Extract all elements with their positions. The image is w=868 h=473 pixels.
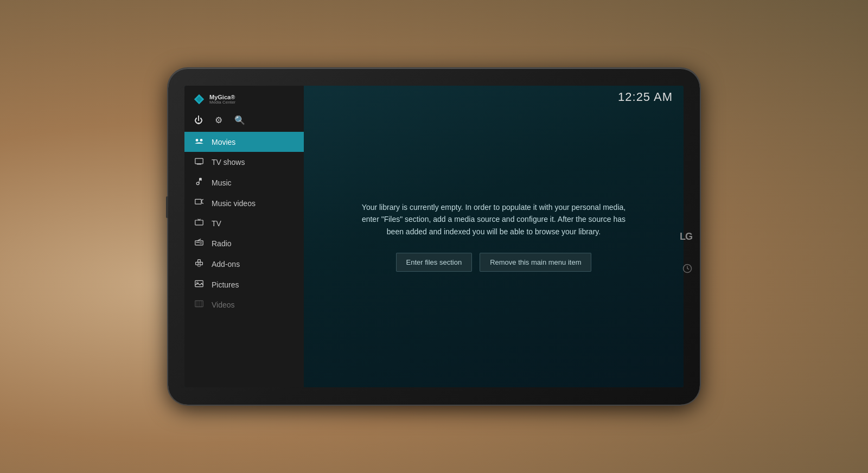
sidebar-toolbar: ⏻ ⚙ 🔍 xyxy=(184,113,304,132)
sidebar-item-musicvideos[interactable]: Music videos xyxy=(184,193,304,213)
power-icon[interactable]: ⏻ xyxy=(194,116,203,125)
svg-point-16 xyxy=(200,242,202,244)
sidebar-item-musicvideos-label: Music videos xyxy=(212,199,256,208)
sidebar-item-movies-label: Movies xyxy=(212,138,235,146)
sidebar-item-tv-label: TV xyxy=(212,219,221,228)
mygica-logo-icon xyxy=(193,93,205,105)
sidebar-item-videos-label: Videos xyxy=(212,301,235,309)
svg-rect-20 xyxy=(200,262,203,265)
svg-line-9 xyxy=(202,199,203,200)
remove-menu-item-button[interactable]: Remove this main menu item xyxy=(480,253,591,272)
logo-sub-name: Media Center xyxy=(209,100,235,105)
phone-side-button xyxy=(166,196,168,218)
sidebar-item-music-label: Music xyxy=(212,178,232,187)
pictures-icon xyxy=(194,280,204,289)
search-icon[interactable]: 🔍 xyxy=(234,115,245,125)
sidebar-item-pictures-label: Pictures xyxy=(212,280,239,289)
action-buttons: Enter files section Remove this main men… xyxy=(396,253,592,272)
addons-icon xyxy=(194,259,204,269)
sidebar-item-videos[interactable]: Videos xyxy=(184,295,304,315)
svg-rect-21 xyxy=(198,260,201,263)
lg-clock-icon xyxy=(682,264,692,275)
movies-icon xyxy=(194,137,204,146)
sidebar-item-addons[interactable]: Add-ons xyxy=(184,253,304,274)
musicvideos-icon xyxy=(194,199,204,208)
svg-point-3 xyxy=(200,139,203,142)
sidebar: MyGica® Media Center ⏻ ⚙ 🔍 xyxy=(184,86,304,387)
sidebar-item-tvshows[interactable]: TV shows xyxy=(184,152,304,172)
svg-point-6 xyxy=(196,182,199,185)
svg-rect-22 xyxy=(198,265,201,266)
svg-rect-5 xyxy=(197,164,201,165)
sidebar-item-tvshows-label: TV shows xyxy=(212,158,245,167)
sidebar-item-addons-label: Add-ons xyxy=(212,260,240,269)
tvshows-icon xyxy=(194,157,204,167)
svg-line-10 xyxy=(202,203,203,204)
videos-icon xyxy=(194,300,204,309)
main-panel: Your library is currently empty. In orde… xyxy=(304,86,684,387)
svg-rect-4 xyxy=(195,158,203,164)
sidebar-item-music[interactable]: Music xyxy=(184,172,304,193)
svg-rect-12 xyxy=(195,220,203,225)
sidebar-item-tv[interactable]: TV xyxy=(184,213,304,233)
svg-point-2 xyxy=(196,139,199,142)
status-bar-time: 12:25 AM xyxy=(618,90,673,104)
enter-files-button[interactable]: Enter files section xyxy=(396,253,473,272)
radio-icon xyxy=(194,239,204,248)
logo-text: MyGica® Media Center xyxy=(209,94,235,105)
screen-content: MyGica® Media Center ⏻ ⚙ 🔍 xyxy=(184,86,684,387)
empty-library-message: Your library is currently empty. In orde… xyxy=(353,201,635,238)
settings-icon[interactable]: ⚙ xyxy=(215,115,222,125)
sidebar-item-radio[interactable]: Radio xyxy=(184,233,304,253)
lg-brand-logo: LG xyxy=(680,231,692,242)
sidebar-item-pictures[interactable]: Pictures xyxy=(184,274,304,295)
phone-screen: 12:25 AM MyGica® Media Center ⏻ xyxy=(184,86,684,387)
tv-icon xyxy=(194,219,204,228)
logo-brand-name: MyGica® xyxy=(209,94,235,100)
svg-rect-8 xyxy=(195,199,201,204)
music-icon xyxy=(194,177,204,188)
sidebar-item-movies[interactable]: Movies xyxy=(184,132,304,152)
svg-rect-19 xyxy=(196,262,199,265)
svg-rect-17 xyxy=(196,242,199,242)
sidebar-logo: MyGica® Media Center xyxy=(184,86,304,113)
sidebar-item-radio-label: Radio xyxy=(212,239,232,248)
phone-shell: 12:25 AM MyGica® Media Center ⏻ xyxy=(168,68,700,405)
